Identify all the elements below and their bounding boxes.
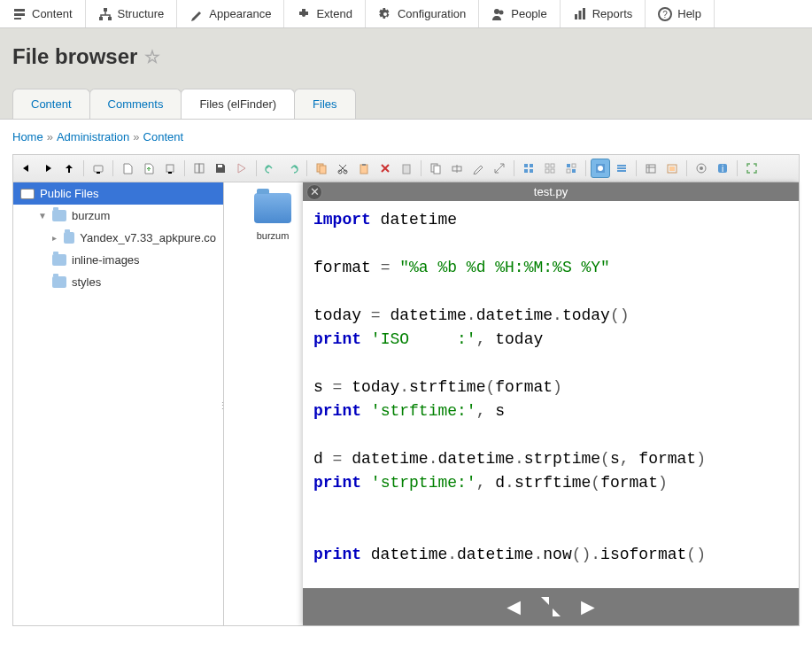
svg-rect-24 (360, 165, 367, 174)
page-title-text: File browser (12, 44, 137, 69)
fullscreen-icon[interactable] (742, 159, 762, 178)
folder-icon (52, 276, 66, 288)
svg-rect-46 (617, 170, 626, 172)
close-icon[interactable]: ✕ (306, 184, 322, 200)
breadcrumb-home[interactable]: Home (12, 130, 43, 143)
svg-text:?: ? (662, 10, 668, 19)
svg-rect-47 (646, 165, 655, 173)
svg-point-43 (598, 166, 603, 171)
select-all-icon[interactable] (519, 159, 538, 178)
tab-files[interactable]: Files (294, 89, 355, 119)
open-icon[interactable] (189, 159, 209, 178)
page-header: File browser ☆ ContentCommentsFiles (elF… (0, 28, 812, 119)
svg-rect-33 (530, 169, 533, 173)
preview-nav: ◄ ► (303, 588, 799, 625)
menu-people[interactable]: People (479, 0, 560, 27)
folder-icon (64, 232, 74, 244)
settings-icon[interactable] (692, 159, 711, 178)
cut-icon[interactable] (333, 159, 352, 178)
breadcrumb-content[interactable]: Content (143, 130, 184, 143)
file-label: burzum (242, 230, 304, 241)
sort-icon[interactable] (641, 159, 661, 178)
undo-icon[interactable] (261, 159, 281, 178)
newfile-icon[interactable] (118, 159, 137, 178)
back-icon[interactable] (17, 159, 36, 178)
svg-rect-25 (362, 164, 366, 166)
upload-icon[interactable] (139, 159, 159, 178)
tree-item-burzum[interactable]: ▼burzum (13, 205, 223, 227)
svg-rect-0 (14, 9, 25, 12)
tree-item-styles[interactable]: styles (13, 271, 223, 293)
svg-rect-26 (403, 165, 410, 174)
menu-content[interactable]: Content (0, 0, 86, 27)
svg-rect-37 (551, 169, 554, 173)
tree-item-yandex-v7-33-apkpure-co[interactable]: ▸Yandex_v7.33_apkpure.co (13, 227, 223, 249)
folder-icon (52, 254, 66, 266)
rename-icon[interactable] (447, 159, 467, 178)
svg-rect-15 (97, 172, 100, 174)
getfile-icon[interactable] (232, 159, 251, 178)
empty-icon[interactable] (397, 159, 416, 178)
info-icon[interactable]: i (713, 159, 732, 178)
svg-rect-38 (567, 164, 570, 167)
toolbar: i (13, 155, 799, 182)
elfinder: i Public Files ▼burzum▸Yandex_v7.33_apkp… (12, 154, 800, 626)
resize-handle[interactable]: ⋮ (218, 404, 221, 430)
svg-rect-41 (572, 169, 576, 173)
tab-comments[interactable]: Comments (89, 89, 182, 119)
page-title: File browser ☆ (12, 44, 800, 69)
menu-extend[interactable]: Extend (284, 0, 365, 27)
next-arrow-icon[interactable]: ► (576, 593, 599, 621)
svg-rect-34 (545, 164, 549, 167)
preview-header: ✕ test.py (303, 182, 799, 201)
svg-rect-11 (583, 8, 585, 19)
up-icon[interactable] (59, 159, 79, 178)
fullscreen-icon[interactable] (541, 597, 561, 616)
menu-configuration[interactable]: Configuration (366, 0, 479, 27)
view-list-icon[interactable] (612, 159, 631, 178)
svg-rect-30 (524, 164, 528, 167)
preview-panel: ✕ test.py import datetime format = "%a %… (303, 182, 799, 625)
delete-icon[interactable] (375, 159, 395, 178)
copy-icon[interactable] (312, 159, 331, 178)
admin-menu: ContentStructureAppearanceExtendConfigur… (0, 0, 812, 28)
tab-content[interactable]: Content (12, 89, 90, 119)
places-icon[interactable] (662, 159, 682, 178)
svg-rect-35 (551, 164, 554, 167)
drive-icon (20, 189, 35, 199)
tree-root[interactable]: Public Files (13, 182, 223, 205)
select-none-icon[interactable] (540, 159, 560, 178)
svg-rect-3 (104, 8, 107, 12)
preview-body: import datetime format = "%a %b %d %H:%M… (303, 201, 799, 588)
tab-files-elfinder-[interactable]: Files (elFinder) (181, 89, 295, 119)
file-item-folder[interactable]: burzum (242, 193, 304, 241)
svg-rect-28 (434, 166, 440, 174)
prev-arrow-icon[interactable]: ◄ (502, 593, 525, 621)
menu-reports[interactable]: Reports (561, 0, 646, 27)
svg-point-8 (499, 10, 504, 14)
download-icon[interactable] (160, 159, 180, 178)
view-icons-icon[interactable] (591, 159, 610, 178)
forward-icon[interactable] (38, 159, 58, 178)
files-panel[interactable]: burzum ✕ test.py import datetime format … (224, 182, 799, 625)
redo-icon[interactable] (282, 159, 302, 178)
svg-rect-2 (14, 18, 21, 19)
folder-icon (52, 210, 66, 221)
menu-appearance[interactable]: Appearance (177, 0, 284, 27)
favorite-star-icon[interactable]: ☆ (144, 46, 160, 67)
tabs: ContentCommentsFiles (elFinder)Files (12, 89, 800, 119)
save-icon[interactable] (211, 159, 230, 178)
duplicate-icon[interactable] (426, 159, 445, 178)
netmount-icon[interactable] (89, 159, 108, 178)
svg-point-6 (383, 12, 387, 16)
paste-icon[interactable] (354, 159, 374, 178)
resize-icon[interactable] (490, 159, 509, 178)
menu-help[interactable]: ?Help (646, 0, 715, 27)
breadcrumb-administration[interactable]: Administration (57, 130, 129, 143)
edit-icon[interactable] (468, 159, 488, 178)
menu-structure[interactable]: Structure (86, 0, 178, 27)
svg-rect-9 (575, 14, 577, 19)
select-invert-icon[interactable] (561, 159, 581, 178)
tree-item-inline-images[interactable]: inline-images (13, 249, 223, 271)
svg-rect-40 (567, 169, 570, 173)
